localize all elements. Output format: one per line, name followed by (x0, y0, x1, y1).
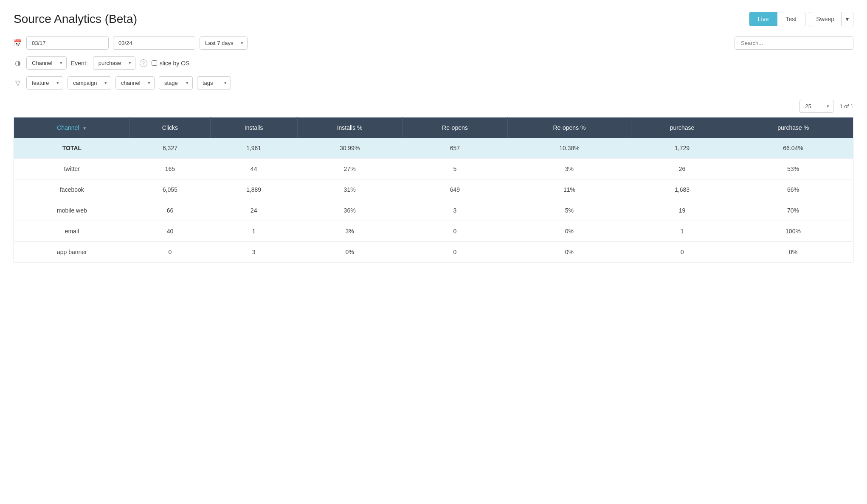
filter-row: ▽ feature ▾ campaign ▾ channel ▾ stage ▾ (14, 76, 853, 90)
table-body: TOTAL6,3271,96130.99%65710.38%1,72966.04… (14, 138, 853, 263)
live-test-toggle: Live Test (749, 12, 805, 26)
filter-toolbar-row: ◑ Channel ▾ Event: purchase ▾ ? slice by… (14, 56, 853, 70)
per-page-select[interactable]: 25 (799, 100, 833, 113)
cell-installs-pct: 31% (297, 179, 402, 200)
cell-purchase-pct: 70% (733, 200, 853, 221)
cell-installs-pct: 3% (297, 221, 402, 242)
col-header-purchase-pct: purchase % (733, 118, 853, 138)
cell-installs-pct: 36% (297, 200, 402, 221)
cell-purchase: 1,729 (631, 138, 733, 159)
cell-installs: 1,889 (210, 179, 297, 200)
cell-clicks: 165 (130, 159, 210, 179)
cell-reopens-pct: 0% (508, 221, 631, 242)
col-header-reopens: Re-opens (402, 118, 508, 138)
slice-by-os-checkbox[interactable] (152, 60, 157, 66)
cell-purchase: 0 (631, 242, 733, 263)
cell-clicks: 0 (130, 242, 210, 263)
search-input[interactable] (735, 36, 853, 50)
cell-channel: app banner (14, 242, 130, 263)
campaign-filter-select[interactable]: campaign (68, 76, 111, 90)
cell-reopens-pct: 0% (508, 242, 631, 263)
cell-installs-pct: 30.99% (297, 138, 402, 159)
campaign-filter-wrapper: campaign ▾ (68, 76, 111, 90)
cell-reopens: 0 (402, 242, 508, 263)
cell-purchase-pct: 66.04% (733, 138, 853, 159)
table-row: twitter1654427%53%2653% (14, 159, 853, 179)
sweep-dropdown-button[interactable]: ▾ (841, 12, 853, 26)
group-by-select-wrapper: Channel ▾ (26, 56, 67, 70)
cell-purchase: 1,683 (631, 179, 733, 200)
cell-installs: 44 (210, 159, 297, 179)
cell-purchase: 1 (631, 221, 733, 242)
col-header-purchase: purchase (631, 118, 733, 138)
col-header-reopens-pct: Re-opens % (508, 118, 631, 138)
cell-purchase: 26 (631, 159, 733, 179)
cell-channel: facebook (14, 179, 130, 200)
per-page-select-wrapper: 25 ▾ (799, 100, 833, 113)
table-header: Channel ▼ Clicks Installs Installs % Re-… (14, 118, 853, 138)
channel-filter-wrapper: channel ▾ (115, 76, 155, 90)
cell-purchase-pct: 100% (733, 221, 853, 242)
date-range-select-wrapper: Last 7 days ▾ (200, 36, 248, 50)
feature-filter-wrapper: feature ▾ (26, 76, 63, 90)
cell-installs: 1,961 (210, 138, 297, 159)
channel-sort-icon: ▼ (82, 126, 87, 131)
event-select-wrapper: purchase ▾ (93, 56, 135, 70)
tags-filter-select[interactable]: tags (197, 76, 231, 90)
col-header-clicks: Clicks (130, 118, 210, 138)
cell-installs: 24 (210, 200, 297, 221)
cell-reopens-pct: 3% (508, 159, 631, 179)
table-row: app banner030%00%00% (14, 242, 853, 263)
cell-installs-pct: 27% (297, 159, 402, 179)
date-range-select[interactable]: Last 7 days (200, 36, 248, 50)
table-row: TOTAL6,3271,96130.99%65710.38%1,72966.04… (14, 138, 853, 159)
col-header-installs-pct: Installs % (297, 118, 402, 138)
stage-filter-select[interactable]: stage (159, 76, 193, 90)
cell-reopens: 657 (402, 138, 508, 159)
cell-reopens-pct: 11% (508, 179, 631, 200)
group-by-select[interactable]: Channel (26, 56, 67, 70)
cell-reopens-pct: 10.38% (508, 138, 631, 159)
toolbar-row: 📅 Last 7 days ▾ (14, 36, 853, 50)
page-title: Source Analytics (Beta) (14, 12, 137, 26)
sweep-button[interactable]: Sweep (809, 12, 841, 26)
chart-icon: ◑ (14, 59, 22, 67)
slice-by-os-wrapper: slice by OS (152, 60, 190, 67)
header-controls: Live Test Sweep ▾ (749, 12, 853, 26)
event-label: Event: (71, 60, 88, 67)
help-icon[interactable]: ? (140, 59, 147, 67)
slice-by-os-label: slice by OS (160, 60, 190, 67)
col-header-installs: Installs (210, 118, 297, 138)
filter-icon: ▽ (14, 79, 22, 87)
table-row: mobile web662436%35%1970% (14, 200, 853, 221)
cell-clicks: 6,327 (130, 138, 210, 159)
feature-filter-select[interactable]: feature (26, 76, 63, 90)
table-row: email4013%00%1100% (14, 221, 853, 242)
cell-reopens: 3 (402, 200, 508, 221)
page-info: 1 of 1 (839, 103, 853, 109)
cell-purchase: 19 (631, 200, 733, 221)
cell-reopens: 5 (402, 159, 508, 179)
col-header-channel[interactable]: Channel ▼ (14, 118, 130, 138)
cell-reopens: 0 (402, 221, 508, 242)
test-button[interactable]: Test (777, 12, 805, 26)
date-start-input[interactable] (26, 36, 109, 50)
cell-reopens-pct: 5% (508, 200, 631, 221)
stage-filter-wrapper: stage ▾ (159, 76, 193, 90)
cell-purchase-pct: 66% (733, 179, 853, 200)
table-row: facebook6,0551,88931%64911%1,68366% (14, 179, 853, 200)
date-end-input[interactable] (113, 36, 195, 50)
live-button[interactable]: Live (749, 12, 777, 26)
cell-clicks: 6,055 (130, 179, 210, 200)
cell-channel: TOTAL (14, 138, 130, 159)
page-container: Source Analytics (Beta) Live Test Sweep … (0, 0, 867, 274)
event-select[interactable]: purchase (93, 56, 135, 70)
pagination-row: 25 ▾ 1 of 1 (14, 100, 853, 113)
analytics-table: Channel ▼ Clicks Installs Installs % Re-… (14, 117, 853, 263)
channel-filter-select[interactable]: channel (115, 76, 155, 90)
header-row: Source Analytics (Beta) Live Test Sweep … (14, 12, 853, 26)
cell-installs: 1 (210, 221, 297, 242)
sweep-control: Sweep ▾ (809, 12, 853, 26)
cell-purchase-pct: 53% (733, 159, 853, 179)
cell-reopens: 649 (402, 179, 508, 200)
